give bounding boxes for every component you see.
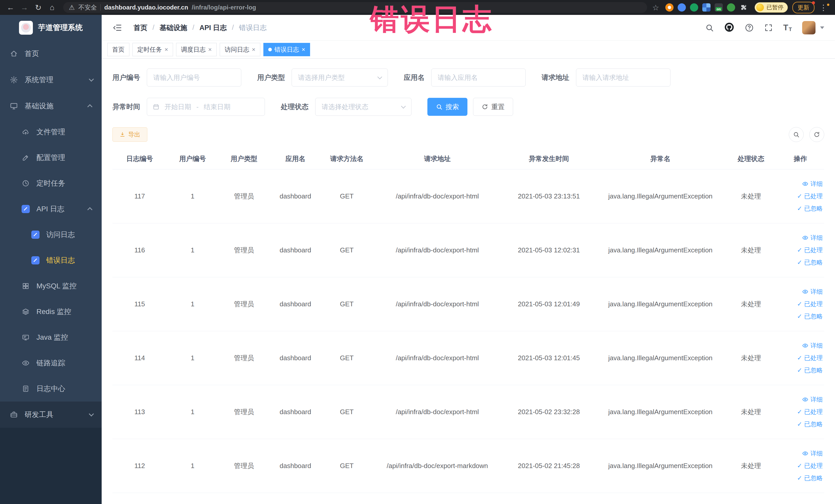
column-header: 日志编号 — [113, 149, 167, 169]
mark-ignored-link[interactable]: ✓已忽略 — [797, 474, 823, 482]
mark-processed-link[interactable]: ✓已处理 — [797, 354, 823, 362]
sidebar-item-api-logs[interactable]: API 日志 — [0, 196, 102, 222]
detail-link[interactable]: 详细 — [802, 234, 823, 242]
mark-processed-link[interactable]: ✓已处理 — [797, 462, 823, 470]
refresh-button[interactable] — [809, 127, 824, 142]
mark-ignored-link[interactable]: ✓已忽略 — [797, 204, 823, 213]
app-logo[interactable]: 芋道管理系统 — [0, 15, 102, 41]
sidebar-collapse-icon[interactable] — [113, 23, 122, 33]
sidebar-item-config-management[interactable]: 配置管理 — [0, 145, 102, 170]
sidebar-item-infrastructure[interactable]: 基础设施 — [0, 93, 102, 119]
reload-icon[interactable]: ↻ — [32, 2, 44, 13]
sidebar-item-label: 文件管理 — [37, 127, 65, 137]
bookmark-star-icon[interactable]: ☆ — [652, 3, 659, 12]
tab-label: 首页 — [112, 45, 124, 54]
cloud-upload-icon — [21, 128, 30, 136]
export-button[interactable]: 导出 — [113, 127, 147, 142]
back-icon[interactable]: ← — [5, 2, 16, 13]
close-icon[interactable]: × — [252, 46, 256, 53]
search-icon[interactable] — [705, 23, 714, 32]
sidebar-item-file-management[interactable]: 文件管理 — [0, 119, 102, 145]
memo-icon — [21, 205, 30, 213]
extension-grid-icon[interactable] — [702, 3, 711, 12]
user-avatar[interactable] — [802, 21, 815, 35]
forward-icon[interactable]: → — [19, 2, 30, 13]
home-icon[interactable]: ⌂ — [46, 2, 58, 13]
user-type-select[interactable]: 请选择用户类型 — [291, 68, 388, 86]
detail-link[interactable]: 详细 — [802, 341, 823, 350]
sidebar-item-redis-monitor[interactable]: Redis 监控 — [0, 299, 102, 324]
sidebar-filler — [0, 428, 102, 504]
mark-ignored-link[interactable]: ✓已忽略 — [797, 420, 823, 428]
close-icon[interactable]: × — [208, 46, 212, 53]
filter-user-id: 用户编号 — [113, 68, 241, 86]
search-button[interactable]: 搜索 — [427, 98, 467, 116]
check-icon: ✓ — [797, 475, 802, 481]
cell-user-id: 1 — [167, 223, 218, 277]
avatar-caret-icon[interactable] — [820, 26, 824, 29]
security-warning-icon[interactable]: ⚠ — [69, 4, 75, 12]
range-separator: - — [196, 103, 199, 111]
exception-time-range-picker[interactable]: 开始日期 - 结束日期 — [147, 98, 265, 116]
proxy-on-badge: on — [716, 7, 722, 11]
mark-ignored-link[interactable]: ✓已忽略 — [797, 366, 823, 374]
mark-processed-link[interactable]: ✓已处理 — [797, 408, 823, 416]
address-bar[interactable]: ⚠ 不安全 dashboard.yudao.iocoder.cn/infra/l… — [63, 2, 647, 13]
paused-badge[interactable]: 已暂停 — [755, 2, 788, 13]
tab-scheduled-tasks[interactable]: 定时任务 × — [133, 43, 173, 56]
cell-request-url: /api/infra/db-doc/export-html — [372, 385, 502, 439]
ignored-label: 已忽略 — [804, 312, 823, 320]
sidebar-item-label: MySQL 监控 — [37, 281, 77, 291]
extension-leaf-icon[interactable] — [727, 3, 735, 12]
detail-link[interactable]: 详细 — [802, 396, 823, 404]
tab-dispatch-logs[interactable]: 调度日志 × — [176, 43, 217, 56]
tab-access-logs[interactable]: 访问日志 × — [220, 43, 260, 56]
close-icon[interactable]: × — [165, 46, 168, 53]
mark-ignored-link[interactable]: ✓已忽略 — [797, 312, 823, 320]
column-header: 异常发生时间 — [502, 149, 595, 169]
detail-link[interactable]: 详细 — [802, 180, 823, 188]
sidebar-item-error-logs[interactable]: 错误日志 — [0, 247, 102, 273]
update-button[interactable]: 更新 — [792, 2, 814, 13]
sidebar-item-mysql-monitor[interactable]: MySQL 监控 — [0, 273, 102, 299]
sidebar-item-system-management[interactable]: 系统管理 — [0, 67, 102, 93]
cell-user-id: 1 — [167, 169, 218, 223]
sidebar-item-trace[interactable]: 链路追踪 — [0, 350, 102, 376]
extension-blue-icon[interactable] — [678, 3, 686, 12]
app-name-input[interactable] — [431, 68, 526, 86]
breadcrumb-api-logs[interactable]: API 日志 — [200, 23, 227, 32]
toggle-search-button[interactable] — [789, 127, 804, 142]
extension-teal-icon[interactable] — [690, 3, 698, 12]
help-icon[interactable] — [745, 23, 754, 32]
mark-processed-link[interactable]: ✓已处理 — [797, 246, 823, 254]
main-content: 用户编号 用户类型 请选择用户类型 应用名 请求地址 异常时间 开始日期 - — [102, 59, 835, 504]
github-icon[interactable] — [724, 22, 734, 33]
request-url-input[interactable] — [576, 68, 670, 86]
extensions-puzzle-icon[interactable] — [739, 3, 748, 12]
mark-processed-link[interactable]: ✓已处理 — [797, 192, 823, 200]
mark-ignored-link[interactable]: ✓已忽略 — [797, 258, 823, 266]
breadcrumb-infrastructure[interactable]: 基础设施 — [160, 23, 187, 32]
extension-proxy-icon[interactable]: on — [715, 3, 723, 12]
browser-menu-icon[interactable]: ⋮ — [816, 3, 830, 12]
tab-home[interactable]: 首页 — [107, 43, 129, 56]
sidebar-item-home[interactable]: 首页 — [0, 41, 102, 67]
process-status-select[interactable]: 请选择处理状态 — [315, 98, 411, 116]
sidebar-item-dev-tools[interactable]: 研发工具 — [0, 402, 102, 428]
sidebar-item-java-monitor[interactable]: Java 监控 — [0, 324, 102, 350]
mark-processed-link[interactable]: ✓已处理 — [797, 300, 823, 308]
breadcrumb-home[interactable]: 首页 — [134, 23, 147, 32]
extension-orange-icon[interactable] — [665, 3, 674, 12]
cell-user-id: 1 — [167, 385, 218, 439]
detail-link[interactable]: 详细 — [802, 287, 823, 296]
tab-error-logs[interactable]: 错误日志 × — [263, 43, 310, 56]
font-size-icon[interactable]: TT — [783, 23, 792, 32]
sidebar-item-scheduled-tasks[interactable]: 定时任务 — [0, 170, 102, 196]
sidebar-item-log-center[interactable]: 日志中心 — [0, 376, 102, 402]
user-id-input[interactable] — [147, 68, 241, 86]
detail-link[interactable]: 详细 — [802, 449, 823, 458]
reset-button[interactable]: 重置 — [473, 98, 513, 116]
fullscreen-icon[interactable] — [764, 23, 773, 32]
close-icon[interactable]: × — [302, 46, 305, 53]
sidebar-item-access-logs[interactable]: 访问日志 — [0, 222, 102, 247]
